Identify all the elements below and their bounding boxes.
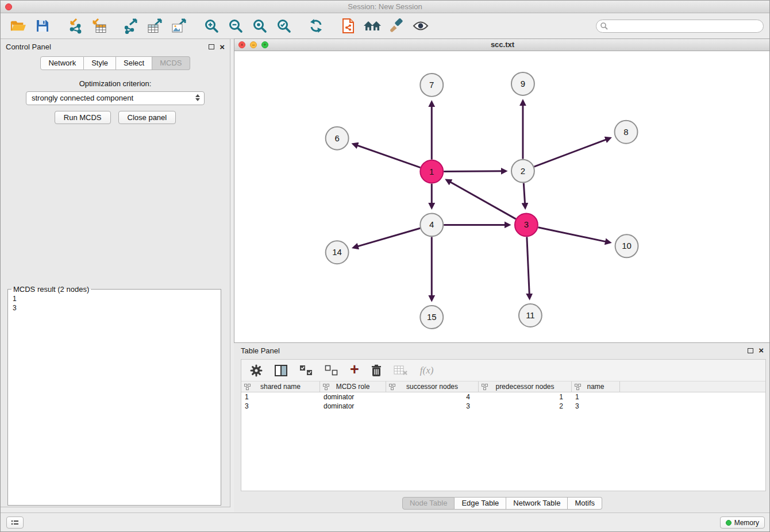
edge-2-3[interactable] [523,183,525,208]
edge-3-1[interactable] [446,180,515,219]
column-header-successor-nodes[interactable]: successor nodes [386,381,479,392]
window-title: Session: New Session [1,1,769,13]
close-panel-icon[interactable]: × [220,44,225,51]
deselect-all-icon[interactable] [325,365,338,376]
node-9[interactable]: 9 [511,72,534,95]
paintbrush-icon [389,18,404,33]
tab-node-table[interactable]: Node Table [402,497,455,510]
status-bar: Memory [1,512,769,531]
tab-network-table[interactable]: Network Table [506,497,568,510]
float-panel-icon[interactable] [209,44,214,49]
network-close-button[interactable]: × [238,41,245,48]
window-titlebar: Session: New Session [1,1,769,13]
column-header-mcds-role[interactable]: MCDS role [320,381,386,392]
edge-4-14[interactable] [353,228,420,248]
table-row[interactable]: 1dominator411 [241,392,765,402]
network-graph[interactable]: 7968124314101511 [234,51,770,342]
node-6[interactable]: 6 [326,127,349,150]
open-file-button[interactable] [6,15,30,37]
refresh-layout-button[interactable] [304,15,328,37]
tab-mcds[interactable]: MCDS [152,56,190,70]
zoom-out-icon [228,18,243,33]
import-table-icon [91,18,107,34]
delete-row-trash-icon[interactable] [371,364,382,377]
table-tabs: Node Table Edge Table Network Table Moti… [234,497,770,510]
column-header-shared-name[interactable]: shared name [241,381,320,392]
node-10[interactable]: 10 [615,234,638,257]
network-minimize-button[interactable]: – [250,41,257,48]
zoom-in-icon [204,18,219,33]
zoom-fit-button[interactable] [248,15,272,37]
column-header-predecessor-nodes[interactable]: predecessor nodes [479,381,572,392]
edge-1-2[interactable] [444,171,506,172]
style-brush-button[interactable] [384,15,409,37]
node-label: 8 [623,127,628,137]
criterion-dropdown[interactable]: strongly connected component [26,91,205,105]
table-float-icon[interactable] [748,348,753,353]
save-session-button[interactable] [30,15,55,37]
optimization-criterion-label: Optimization criterion: [1,79,230,88]
column-header-name[interactable]: name [572,381,620,392]
node-11[interactable]: 11 [519,304,542,327]
import-network-button[interactable] [63,15,87,37]
memory-button[interactable]: Memory [720,516,765,529]
list-icon [11,519,19,526]
edge-3-11[interactable] [527,237,530,298]
zoom-in-button[interactable] [199,15,224,37]
window-close-button[interactable] [5,3,12,10]
show-hide-panel-button[interactable] [409,15,433,37]
column-visibility-icon[interactable] [275,365,287,376]
node-15[interactable]: 15 [420,306,443,329]
column-label: successor nodes [406,383,458,391]
search-input[interactable] [596,20,764,33]
table-close-icon[interactable]: × [759,347,764,354]
table-panel-title: Table Panel [241,346,280,355]
edge-3-10[interactable] [538,228,610,242]
import-table-button[interactable] [87,15,111,37]
node-label: 11 [526,310,535,320]
run-mcds-button[interactable]: Run MCDS [55,111,111,124]
mcds-result-line: 1 [13,294,216,303]
column-header-filler [620,381,765,392]
node-4[interactable]: 4 [420,213,443,236]
eye-icon [413,21,429,31]
edge-2-8[interactable] [534,138,610,167]
tab-network[interactable]: Network [40,56,84,70]
edge-1-6[interactable] [353,144,421,168]
task-history-button[interactable] [6,516,24,529]
tab-edge-table[interactable]: Edge Table [455,497,506,510]
settings-gear-icon[interactable] [250,364,263,377]
mcds-result-title: MCDS result (2 nodes) [11,285,91,294]
document-share-icon [341,18,355,34]
column-label: shared name [260,383,301,391]
node-7[interactable]: 7 [420,74,443,97]
node-8[interactable]: 8 [615,121,638,144]
open-network-in-browser-button[interactable] [336,15,360,37]
cell-mcds_role: dominator [320,402,386,411]
delete-table-icon[interactable] [394,365,408,376]
network-zoom-button[interactable]: + [261,41,268,48]
zoom-out-button[interactable] [224,15,248,37]
node-3[interactable]: 3 [515,213,538,236]
node-label: 2 [521,166,525,176]
zoom-selected-button[interactable] [272,15,296,37]
export-network-button[interactable] [119,15,143,37]
function-builder-icon[interactable]: f(x) [420,365,434,376]
node-14[interactable]: 14 [326,241,349,264]
tab-style[interactable]: Style [84,56,116,70]
export-table-button[interactable] [143,15,167,37]
node-1[interactable]: 1 [420,160,443,183]
export-table-icon [147,18,163,34]
dropdown-stepper-icon [195,94,200,101]
close-panel-button[interactable]: Close panel [118,111,176,124]
first-neighbors-button[interactable] [360,15,384,37]
tab-motifs[interactable]: Motifs [568,497,602,510]
select-all-icon[interactable] [299,365,313,376]
table-header-row: shared name MCDS role [241,381,765,392]
export-image-button[interactable] [167,15,191,37]
node-2[interactable]: 2 [511,160,534,183]
export-network-icon [123,18,139,34]
tab-select[interactable]: Select [116,56,152,70]
add-row-icon[interactable]: + [350,364,359,375]
table-row[interactable]: 3dominator323 [241,402,765,411]
